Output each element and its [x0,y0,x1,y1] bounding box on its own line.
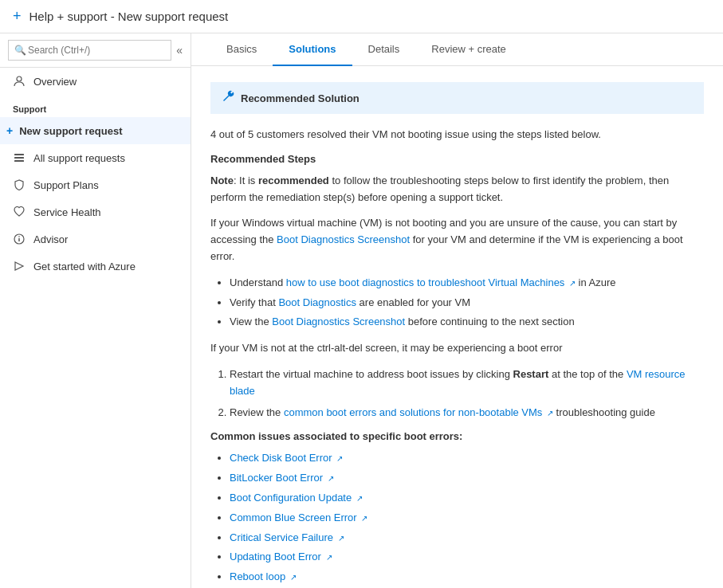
sidebar-item-new-support-request[interactable]: + New support request [0,117,191,144]
get-started-label: Get started with Azure [33,261,136,272]
sidebar-item-advisor[interactable]: Advisor [0,225,191,253]
list-item: Restart the virtual machine to address b… [230,367,704,400]
shield-icon [13,178,26,191]
list-item: BitLocker Boot Error ↗ [230,470,704,487]
reboot-loop-link[interactable]: Reboot loop [230,570,285,582]
external-link-icon-2: ↗ [547,409,553,417]
svg-point-6 [18,236,20,237]
list-item: Understand how to use boot diagnostics t… [230,275,704,292]
ext-icon: ↗ [361,514,367,523]
check-disk-boot-link[interactable]: Check Disk Boot Error [230,452,332,464]
sidebar-item-service-health[interactable]: Service Health [0,198,191,225]
get-started-icon [13,260,26,272]
para1-text: If your Windows virtual machine (VM) is … [210,215,704,265]
list-item: Check Disk Boot Error ↗ [230,450,704,467]
svg-point-0 [17,76,22,81]
content-area: Basics Solutions Details Review + create… [191,33,723,588]
tab-solutions[interactable]: Solutions [273,33,352,66]
tabs-bar: Basics Solutions Details Review + create [191,33,723,66]
ext-icon: ↗ [328,474,334,483]
bullet-list-1: Understand how to use boot diagnostics t… [230,275,704,331]
svg-rect-2 [14,157,24,159]
common-issues-list: Check Disk Boot Error ↗ BitLocker Boot E… [230,450,704,586]
collapse-sidebar-button[interactable]: « [176,44,183,57]
wrench-icon [222,90,234,106]
boot-diagnostics-screenshot-link-1[interactable]: Boot Diagnostics Screenshot [277,233,410,245]
list-item: Reboot loop ↗ [230,569,704,586]
search-icon: 🔍 [14,45,26,56]
svg-marker-7 [15,262,23,270]
service-health-label: Service Health [33,206,101,218]
svg-rect-3 [14,160,24,162]
critical-service-failure-link[interactable]: Critical Service Failure [230,531,333,543]
heart-icon [13,206,26,218]
support-plans-label: Support Plans [33,179,99,191]
vm-resource-blade-link[interactable]: VM resource blade [230,368,686,397]
boot-diagnostics-screenshot-link-2[interactable]: Boot Diagnostics Screenshot [272,316,405,327]
sidebar-item-overview[interactable]: Overview [0,68,191,95]
sidebar-item-all-support-requests[interactable]: All support requests [0,144,191,171]
sidebar-item-get-started[interactable]: Get started with Azure [0,253,191,280]
boot-diagnostics-link[interactable]: Boot Diagnostics [278,296,356,308]
plus-icon: + [6,124,13,137]
tab-review-create[interactable]: Review + create [415,33,522,66]
list-icon [13,151,26,164]
sidebar: 🔍 « Overview Support + New support reque… [0,33,191,588]
support-section-label: Support [0,95,191,117]
svg-rect-1 [14,154,24,155]
note-text: Note: It is recommended to follow the tr… [210,173,704,206]
sidebar-item-support-plans[interactable]: Support Plans [0,171,191,198]
azure-plus-icon: + [13,8,22,25]
overview-label: Overview [33,76,77,88]
bitlocker-boot-link[interactable]: BitLocker Boot Error [230,472,323,484]
main-layout: 🔍 « Overview Support + New support reque… [0,33,723,588]
ext-icon: ↗ [336,454,343,463]
all-support-label: All support requests [33,152,125,164]
external-link-icon-1: ↗ [569,279,576,288]
page-title: Help + support - New support request [29,10,229,23]
ext-icon: ↗ [356,494,363,503]
para2-text: If your VM is not at the ctrl-alt-del sc… [210,340,704,357]
list-item: Verify that Boot Diagnostics are enabled… [230,295,704,312]
common-blue-screen-link[interactable]: Common Blue Screen Error [230,512,357,523]
list-item: Boot Configuration Update ↗ [230,490,704,507]
search-input[interactable] [8,40,171,61]
list-item: Common Blue Screen Error ↗ [230,510,704,527]
recommended-solution-header: Recommended Solution [210,82,704,114]
list-item: Critical Service Failure ↗ [230,530,704,547]
list-item: Review the common boot errors and soluti… [230,405,704,421]
content-scroll[interactable]: Recommended Solution 4 out of 5 customer… [191,66,723,588]
intro-text: 4 out of 5 customers resolved their VM n… [210,127,704,143]
ext-icon: ↗ [326,553,332,562]
common-issues-title: Common issues associated to specific boo… [210,430,704,442]
list-item: Updating Boot Error ↗ [230,549,704,566]
title-bar: + Help + support - New support request [0,0,723,33]
updating-boot-error-link[interactable]: Updating Boot Error [230,551,321,563]
list-item: View the Boot Diagnostics Screenshot bef… [230,314,704,331]
ext-icon: ↗ [338,534,344,543]
advisor-icon [13,233,26,245]
common-boot-errors-link[interactable]: common boot errors and solutions for non… [284,406,542,418]
search-box: 🔍 « [0,33,191,68]
boot-config-update-link[interactable]: Boot Configuration Update [230,492,352,504]
boot-diagnostics-troubleshoot-link[interactable]: how to use boot diagnostics to troublesh… [286,276,565,288]
numbered-list: Restart the virtual machine to address b… [230,367,704,421]
overview-icon [13,75,26,88]
advisor-label: Advisor [33,233,68,245]
rec-solution-title: Recommended Solution [241,92,360,104]
tab-details[interactable]: Details [352,33,416,66]
recommended-steps-title: Recommended Steps [210,153,704,165]
new-support-request-label: New support request [19,125,122,137]
ext-icon: ↗ [290,573,297,582]
tab-basics[interactable]: Basics [210,33,273,66]
